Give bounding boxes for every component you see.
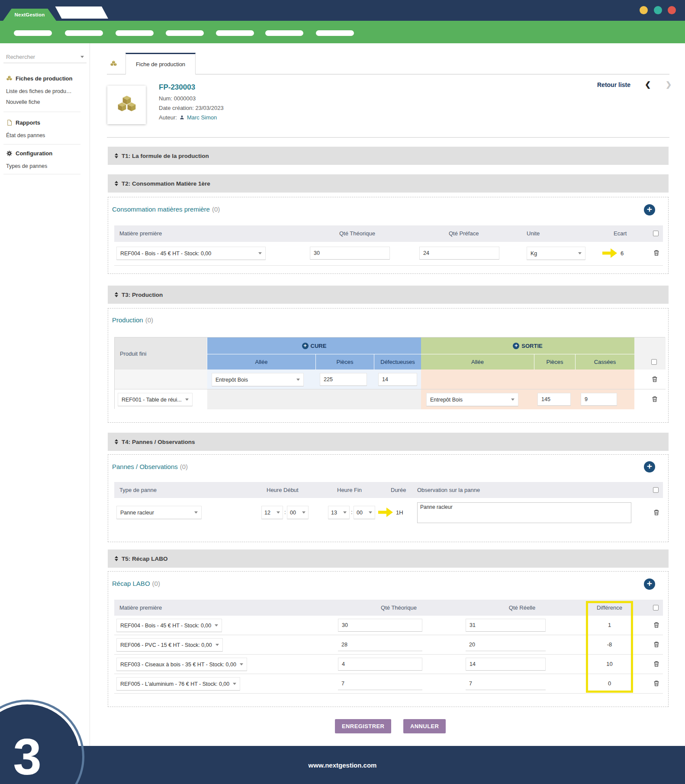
- delete-row-icon[interactable]: [651, 376, 658, 383]
- back-to-list-link[interactable]: Retour liste: [597, 81, 630, 88]
- col-qte-reelle: Qté Réelle: [482, 604, 562, 611]
- section-bar-t4[interactable]: T4: Pannes / Observations: [108, 433, 669, 451]
- record-thumbnail: [107, 86, 146, 124]
- next-record-chevron[interactable]: ❯: [666, 80, 672, 89]
- nav-pill[interactable]: [14, 30, 52, 36]
- window-minimize-dot[interactable]: [640, 6, 648, 14]
- qty-theorique-input[interactable]: [338, 677, 422, 690]
- qty-reelle-input[interactable]: [466, 677, 546, 690]
- col-unite: Unite: [527, 230, 540, 237]
- qty-theorique-input[interactable]: [338, 619, 422, 632]
- start-minute-select[interactable]: 00: [287, 506, 309, 519]
- select-all-checkbox[interactable]: [653, 231, 659, 236]
- footer-url[interactable]: www.nextgestion.com: [309, 762, 377, 769]
- author-link[interactable]: Marc Simon: [187, 114, 217, 121]
- nav-pill[interactable]: [65, 30, 103, 36]
- panel-heading-text: Production: [112, 316, 143, 324]
- panel-heading-text: Consommation matières première: [112, 206, 210, 213]
- nav-pill[interactable]: [216, 30, 254, 36]
- production-table: Produit fini CURE SORTIE Allée Pièces Dé…: [114, 337, 665, 409]
- col-matiere: Matière première: [119, 230, 162, 237]
- section-bar-t2[interactable]: T2: Consommation Matière 1ère: [108, 174, 669, 193]
- search-input[interactable]: Rechercher: [3, 51, 87, 63]
- cure-group-label: CURE: [311, 343, 327, 349]
- sortie-cassees-input[interactable]: [581, 393, 617, 406]
- col-sortie-pieces: Pièces: [546, 359, 563, 365]
- start-hour-select[interactable]: 12: [261, 506, 283, 519]
- delete-row-icon[interactable]: [653, 680, 660, 687]
- section-bar-t5[interactable]: T5: Récap LABO: [108, 549, 669, 568]
- add-row-button[interactable]: [644, 461, 655, 472]
- observation-textarea[interactable]: Panne racleur: [417, 502, 631, 523]
- cure-defectueuses-input[interactable]: [378, 373, 417, 386]
- tab-fiche-de-production[interactable]: Fiche de production: [125, 53, 196, 74]
- add-row-button[interactable]: [644, 578, 655, 590]
- nav-pill[interactable]: [116, 30, 154, 36]
- type-panne-select[interactable]: Panne racleur: [116, 506, 202, 519]
- chevron-down-icon: [343, 511, 347, 514]
- delete-row-icon[interactable]: [653, 509, 660, 516]
- select-all-checkbox[interactable]: [653, 487, 659, 493]
- sortie-pieces-input[interactable]: [537, 393, 571, 406]
- nav-pill[interactable]: [166, 30, 204, 36]
- sortie-allee-select[interactable]: Entrepôt Bois: [426, 393, 518, 406]
- col-produit-fini: Produit fini: [115, 350, 146, 357]
- qty-reelle-input[interactable]: [466, 619, 546, 632]
- collapse-icon: [115, 439, 118, 444]
- material-select[interactable]: REF004 - Bois - 45 € HT - Stock: 0,00: [116, 247, 266, 260]
- material-select[interactable]: REF004 - Bois - 45 € HT - Stock: 0,00: [116, 619, 222, 632]
- sidebar-item-nouvelle-fiche[interactable]: Nouvelle fiche: [6, 98, 40, 106]
- qty-theorique-input[interactable]: [338, 658, 422, 671]
- panel-count: (0): [180, 463, 188, 470]
- main-nav-bar: [0, 21, 685, 43]
- nav-pill[interactable]: [316, 30, 354, 36]
- col-cure-defectueuses: Défectueuses: [380, 359, 415, 365]
- select-all-checkbox[interactable]: [651, 359, 657, 365]
- unit-select[interactable]: Kg: [527, 247, 585, 260]
- qty-reelle-input[interactable]: [466, 658, 546, 671]
- cancel-button[interactable]: ANNULER: [403, 719, 446, 733]
- section-title: T5: Récap LABO: [122, 556, 168, 562]
- add-cure-button[interactable]: [302, 343, 309, 349]
- add-sortie-button[interactable]: [513, 343, 519, 349]
- chevron-down-icon: [578, 252, 582, 254]
- section-bar-t1[interactable]: T1: La formule de la production: [108, 147, 669, 165]
- window-close-dot[interactable]: [668, 6, 676, 14]
- sidebar-item-types-pannes[interactable]: Types de pannes: [6, 162, 47, 170]
- step-number: 3: [13, 727, 42, 784]
- table-header: Type de panne Heure Début Heure Fin Duré…: [114, 482, 663, 498]
- delete-row-icon[interactable]: [653, 641, 660, 648]
- delete-row-icon[interactable]: [653, 249, 660, 257]
- qty-preface-input[interactable]: [419, 247, 499, 260]
- material-select[interactable]: REF006 - PVC - 15 € HT - Stock: 0,00: [116, 638, 223, 652]
- delete-row-icon[interactable]: [653, 660, 660, 668]
- window-maximize-dot[interactable]: [654, 6, 662, 14]
- material-select[interactable]: REF005 - L'aluminium - 76 € HT - Stock: …: [116, 677, 240, 691]
- cubes-icon: [110, 60, 117, 67]
- difference-value: 0: [586, 680, 633, 687]
- select-all-checkbox[interactable]: [653, 605, 659, 610]
- delete-row-icon[interactable]: [651, 395, 658, 403]
- chevron-down-icon: [233, 683, 236, 685]
- page-title: FP-230003: [159, 83, 195, 92]
- add-row-button[interactable]: [644, 204, 655, 215]
- produit-fini-select[interactable]: REF001 - Table de réui...: [118, 393, 193, 406]
- chevron-down-icon: [369, 511, 372, 514]
- nav-pill[interactable]: [265, 30, 303, 36]
- material-select[interactable]: REF003 - Ciseaux à bois - 35 € HT - Stoc…: [116, 658, 247, 671]
- prev-record-chevron[interactable]: ❮: [645, 80, 651, 89]
- delete-row-icon[interactable]: [653, 621, 660, 629]
- cure-allee-select[interactable]: Entrepôt Bois: [212, 373, 304, 386]
- sidebar-item-liste-fiches[interactable]: Liste des fiches de produ…: [6, 87, 71, 95]
- end-minute-select[interactable]: 00: [354, 506, 375, 519]
- cure-pieces-input[interactable]: [320, 373, 367, 386]
- difference-value: 1: [586, 622, 633, 628]
- qty-reelle-input[interactable]: [466, 638, 546, 651]
- section-bar-t3[interactable]: T3: Production: [108, 286, 669, 304]
- save-button[interactable]: ENREGISTRER: [335, 719, 391, 733]
- qty-theorique-input[interactable]: [310, 247, 390, 260]
- qty-theorique-input[interactable]: [338, 638, 422, 651]
- sidebar-item-etat-pannes[interactable]: État des pannes: [6, 132, 45, 139]
- panel-count: (0): [212, 206, 220, 213]
- end-hour-select[interactable]: 13: [328, 506, 350, 519]
